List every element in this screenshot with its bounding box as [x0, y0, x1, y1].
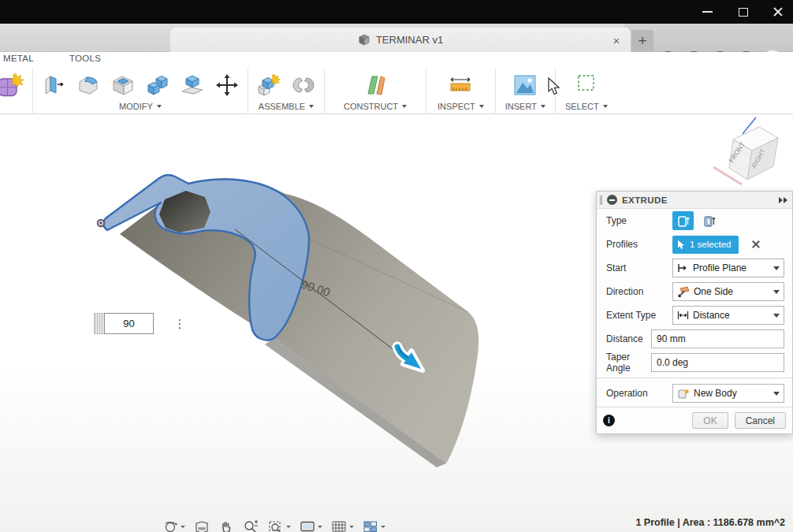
- construct-plane-button[interactable]: [359, 70, 391, 100]
- combine-button[interactable]: [142, 70, 173, 100]
- chevron-down-icon: [381, 526, 385, 528]
- chevron-down-icon: [773, 290, 780, 294]
- distance-label: Distance: [606, 333, 651, 344]
- ok-button[interactable]: OK: [692, 412, 728, 429]
- type-row: Type: [597, 209, 792, 233]
- operation-value: New Body: [694, 388, 769, 399]
- select-dropdown[interactable]: SELECT: [565, 101, 608, 113]
- dialog-header[interactable]: EXTRUDE: [597, 192, 792, 209]
- extrude-type-thin-button[interactable]: [698, 211, 720, 230]
- maximize-icon: [739, 8, 748, 17]
- extent-type-label: Extent Type: [606, 310, 672, 321]
- info-icon[interactable]: i: [603, 415, 615, 426]
- dialog-title: EXTRUDE: [622, 195, 774, 205]
- new-component-icon: [256, 73, 281, 97]
- start-value: Profile Plane: [693, 262, 769, 273]
- split-body-button[interactable]: [177, 70, 208, 100]
- pan-button[interactable]: [217, 519, 236, 532]
- kebab-menu-button[interactable]: ⋮: [173, 314, 187, 334]
- look-at-button[interactable]: [192, 519, 211, 532]
- new-tab-button[interactable]: +: [631, 30, 653, 52]
- collapse-icon[interactable]: [607, 195, 617, 205]
- orbit-icon: [163, 519, 179, 532]
- distance-value-input[interactable]: [104, 313, 154, 334]
- chevron-down-icon: [286, 526, 291, 528]
- cursor-icon: [677, 240, 686, 250]
- drag-grip[interactable]: [94, 313, 104, 334]
- taper-angle-field[interactable]: [651, 353, 784, 372]
- expand-panel-icon[interactable]: [779, 197, 787, 203]
- extent-type-row: Extent Type Distance: [597, 303, 792, 327]
- document-tab[interactable]: TERMINAR v1 ×: [170, 28, 631, 52]
- close-window-button[interactable]: [765, 0, 791, 24]
- extrude-type-solid-button[interactable]: [672, 211, 694, 230]
- profiles-selected-chip[interactable]: 1 selected: [672, 236, 739, 254]
- direction-label: Direction: [606, 286, 672, 297]
- fit-button[interactable]: [266, 519, 292, 532]
- assemble-label: ASSEMBLE: [259, 102, 305, 111]
- mouse-cursor: [547, 77, 561, 96]
- pan-hand-icon: [218, 519, 234, 532]
- chevron-down-icon: [603, 105, 608, 108]
- chevron-down-icon: [309, 105, 314, 108]
- view-cube: FRONT RIGHT: [713, 117, 778, 184]
- select-group: SELECT: [556, 68, 617, 113]
- maximize-button[interactable]: [730, 0, 757, 24]
- cancel-button[interactable]: Cancel: [735, 412, 786, 429]
- measure-icon: [447, 73, 474, 97]
- form-box-icon[interactable]: [0, 73, 25, 99]
- extent-type-dropdown[interactable]: Distance: [672, 306, 784, 325]
- dimension-input-widget: [94, 313, 154, 334]
- joint-button[interactable]: [288, 70, 319, 100]
- move-copy-button[interactable]: [211, 70, 243, 100]
- chevron-down-icon: [402, 105, 407, 108]
- clear-selection-button[interactable]: [750, 238, 762, 251]
- profiles-count: 1 selected: [690, 240, 731, 249]
- viewports-icon: [363, 519, 379, 532]
- orbit-button[interactable]: [162, 519, 187, 532]
- extent-type-value: Distance: [693, 310, 769, 321]
- chevron-down-icon: [181, 526, 185, 528]
- minimize-button[interactable]: [694, 0, 720, 24]
- insert-button[interactable]: [509, 70, 541, 100]
- dialog-grip[interactable]: [600, 195, 602, 205]
- viewports-button[interactable]: [361, 519, 387, 532]
- distance-extent-icon: [677, 311, 689, 320]
- taper-angle-label: Taper Angle: [606, 352, 651, 374]
- measure-button[interactable]: [445, 70, 476, 100]
- new-component-button[interactable]: [253, 70, 285, 100]
- display-settings-button[interactable]: [298, 519, 324, 532]
- press-pull-button[interactable]: [38, 70, 69, 100]
- select-button[interactable]: [571, 70, 602, 100]
- insert-dropdown[interactable]: INSERT: [505, 101, 545, 113]
- inspect-label: INSPECT: [437, 102, 475, 111]
- look-at-icon: [194, 519, 210, 532]
- ribbon-tab-tools[interactable]: TOOLS: [69, 54, 101, 68]
- tab-close-button[interactable]: ×: [610, 34, 623, 47]
- type-label: Type: [606, 215, 672, 226]
- modify-dropdown[interactable]: MODIFY: [119, 101, 162, 113]
- ribbon-tab-sheet-metal[interactable]: METAL: [3, 54, 34, 68]
- inspect-dropdown[interactable]: INSPECT: [437, 101, 484, 113]
- start-dropdown[interactable]: Profile Plane: [672, 259, 784, 277]
- joint-icon: [291, 73, 316, 97]
- taper-row: Taper Angle: [597, 351, 792, 374]
- operation-dropdown[interactable]: New Body: [672, 384, 784, 403]
- direction-value: One Side: [694, 286, 769, 297]
- minimize-icon: [702, 11, 713, 13]
- fillet-button[interactable]: [73, 70, 104, 100]
- chevron-down-icon: [479, 105, 484, 108]
- zoom-icon: [243, 519, 259, 532]
- shell-button[interactable]: [107, 70, 139, 100]
- document-tab-label: TERMINAR v1: [376, 34, 443, 46]
- insert-label: INSERT: [505, 102, 537, 111]
- direction-dropdown[interactable]: One Side: [672, 282, 784, 301]
- distance-field[interactable]: [651, 329, 784, 348]
- construct-dropdown[interactable]: CONSTRUCT: [344, 101, 407, 113]
- zoom-button[interactable]: [241, 519, 261, 532]
- grid-button[interactable]: [329, 519, 356, 532]
- new-body-icon: [677, 388, 690, 400]
- chevron-down-icon: [773, 314, 780, 318]
- navigation-toolbar: [162, 517, 387, 532]
- assemble-dropdown[interactable]: ASSEMBLE: [259, 101, 314, 113]
